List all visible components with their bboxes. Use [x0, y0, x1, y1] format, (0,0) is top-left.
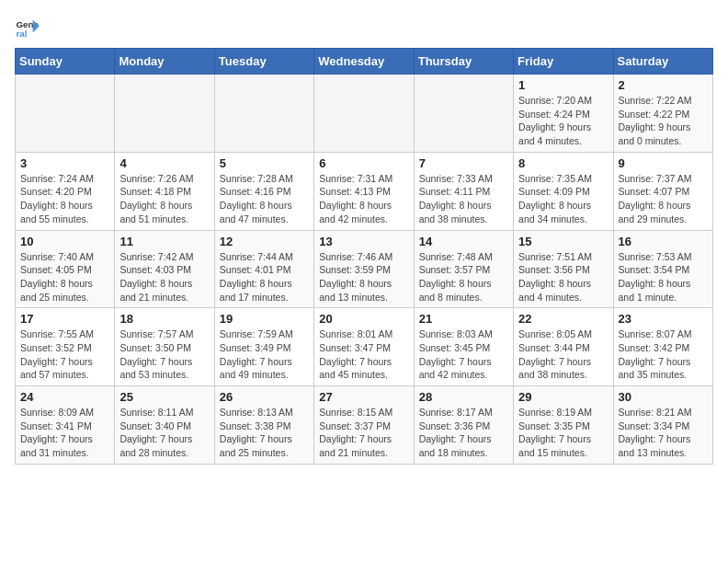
header-friday: Friday [514, 49, 613, 75]
day-number: 13 [319, 235, 408, 248]
day-info: Sunrise: 7:44 AM Sunset: 4:01 PM Dayligh… [220, 250, 309, 304]
day-info: Sunrise: 7:53 AM Sunset: 3:54 PM Dayligh… [619, 250, 708, 304]
day-number: 20 [319, 312, 408, 326]
calendar-cell [314, 75, 414, 153]
day-number: 10 [20, 235, 109, 248]
day-number: 11 [119, 235, 209, 248]
day-info: Sunrise: 8:21 AM Sunset: 3:34 PM Dayligh… [619, 406, 708, 460]
calendar-cell [214, 75, 313, 153]
calendar-cell: 16Sunrise: 7:53 AM Sunset: 3:54 PM Dayli… [613, 230, 712, 308]
day-info: Sunrise: 7:55 AM Sunset: 3:52 PM Dayligh… [20, 327, 109, 382]
day-info: Sunrise: 8:09 AM Sunset: 3:41 PM Dayligh… [20, 406, 109, 460]
day-number: 24 [20, 390, 109, 404]
day-number: 6 [319, 156, 408, 170]
day-number: 1 [518, 78, 608, 92]
day-info: Sunrise: 7:22 AM Sunset: 4:22 PM Dayligh… [619, 94, 708, 148]
day-number: 17 [20, 312, 109, 326]
calendar-cell: 29Sunrise: 8:19 AM Sunset: 3:35 PM Dayli… [514, 386, 613, 465]
day-number: 9 [619, 156, 708, 170]
calendar-cell: 1Sunrise: 7:20 AM Sunset: 4:24 PM Daylig… [514, 75, 613, 153]
page-header: Gene ral [15, 15, 713, 40]
day-info: Sunrise: 8:13 AM Sunset: 3:38 PM Dayligh… [220, 406, 309, 460]
header-tuesday: Tuesday [214, 49, 313, 75]
calendar-cell: 30Sunrise: 8:21 AM Sunset: 3:34 PM Dayli… [613, 386, 712, 465]
calendar-cell: 22Sunrise: 8:05 AM Sunset: 3:44 PM Dayli… [514, 308, 613, 386]
svg-text:ral: ral [16, 29, 27, 39]
calendar-cell: 25Sunrise: 8:11 AM Sunset: 3:40 PM Dayli… [115, 386, 214, 465]
week-row-5: 24Sunrise: 8:09 AM Sunset: 3:41 PM Dayli… [16, 386, 713, 465]
week-row-3: 10Sunrise: 7:40 AM Sunset: 4:05 PM Dayli… [16, 230, 713, 308]
day-info: Sunrise: 8:15 AM Sunset: 3:37 PM Dayligh… [319, 406, 408, 460]
day-number: 5 [220, 156, 309, 170]
calendar-cell: 2Sunrise: 7:22 AM Sunset: 4:22 PM Daylig… [613, 75, 712, 153]
calendar-cell: 23Sunrise: 8:07 AM Sunset: 3:42 PM Dayli… [613, 308, 712, 386]
day-info: Sunrise: 7:37 AM Sunset: 4:07 PM Dayligh… [619, 172, 708, 226]
day-number: 18 [119, 312, 209, 326]
day-info: Sunrise: 7:51 AM Sunset: 3:56 PM Dayligh… [518, 250, 608, 304]
day-number: 14 [419, 235, 508, 248]
calendar-cell [115, 75, 214, 153]
day-number: 27 [319, 390, 408, 404]
header-sunday: Sunday [16, 49, 115, 75]
calendar-cell: 14Sunrise: 7:48 AM Sunset: 3:57 PM Dayli… [414, 230, 513, 308]
day-info: Sunrise: 8:17 AM Sunset: 3:36 PM Dayligh… [419, 406, 508, 460]
day-info: Sunrise: 7:40 AM Sunset: 4:05 PM Dayligh… [20, 250, 109, 304]
calendar-cell: 9Sunrise: 7:37 AM Sunset: 4:07 PM Daylig… [613, 152, 712, 230]
day-number: 8 [518, 156, 608, 170]
day-number: 30 [619, 390, 708, 404]
header-saturday: Saturday [613, 49, 712, 75]
day-info: Sunrise: 8:11 AM Sunset: 3:40 PM Dayligh… [119, 406, 209, 460]
calendar-cell: 7Sunrise: 7:33 AM Sunset: 4:11 PM Daylig… [414, 152, 513, 230]
calendar-cell: 17Sunrise: 7:55 AM Sunset: 3:52 PM Dayli… [16, 308, 115, 386]
week-row-1: 1Sunrise: 7:20 AM Sunset: 4:24 PM Daylig… [16, 75, 713, 153]
day-number: 23 [619, 312, 708, 326]
day-info: Sunrise: 7:20 AM Sunset: 4:24 PM Dayligh… [518, 94, 608, 148]
week-row-4: 17Sunrise: 7:55 AM Sunset: 3:52 PM Dayli… [16, 308, 713, 386]
header-wednesday: Wednesday [314, 49, 414, 75]
day-number: 26 [220, 390, 309, 404]
calendar-cell: 6Sunrise: 7:31 AM Sunset: 4:13 PM Daylig… [314, 152, 414, 230]
day-number: 29 [518, 390, 608, 404]
calendar-cell: 4Sunrise: 7:26 AM Sunset: 4:18 PM Daylig… [115, 152, 214, 230]
day-number: 22 [518, 312, 608, 326]
day-info: Sunrise: 7:35 AM Sunset: 4:09 PM Dayligh… [518, 172, 608, 226]
day-info: Sunrise: 7:57 AM Sunset: 3:50 PM Dayligh… [119, 327, 209, 382]
day-info: Sunrise: 8:03 AM Sunset: 3:45 PM Dayligh… [419, 327, 508, 382]
day-info: Sunrise: 7:33 AM Sunset: 4:11 PM Dayligh… [419, 172, 508, 226]
calendar-cell: 3Sunrise: 7:24 AM Sunset: 4:20 PM Daylig… [16, 152, 115, 230]
calendar-cell: 13Sunrise: 7:46 AM Sunset: 3:59 PM Dayli… [314, 230, 414, 308]
calendar-cell: 21Sunrise: 8:03 AM Sunset: 3:45 PM Dayli… [414, 308, 513, 386]
day-number: 25 [119, 390, 209, 404]
day-number: 21 [419, 312, 508, 326]
day-info: Sunrise: 8:05 AM Sunset: 3:44 PM Dayligh… [518, 327, 608, 382]
day-info: Sunrise: 7:48 AM Sunset: 3:57 PM Dayligh… [419, 250, 508, 304]
calendar-cell: 20Sunrise: 8:01 AM Sunset: 3:47 PM Dayli… [314, 308, 414, 386]
calendar-cell: 24Sunrise: 8:09 AM Sunset: 3:41 PM Dayli… [16, 386, 115, 465]
day-number: 12 [220, 235, 309, 248]
calendar-cell [414, 75, 513, 153]
calendar-cell: 8Sunrise: 7:35 AM Sunset: 4:09 PM Daylig… [514, 152, 613, 230]
day-info: Sunrise: 7:42 AM Sunset: 4:03 PM Dayligh… [119, 250, 209, 304]
day-number: 28 [419, 390, 508, 404]
calendar-cell: 5Sunrise: 7:28 AM Sunset: 4:16 PM Daylig… [214, 152, 313, 230]
day-number: 2 [619, 78, 708, 92]
day-info: Sunrise: 7:31 AM Sunset: 4:13 PM Dayligh… [319, 172, 408, 226]
logo-icon: Gene ral [15, 15, 40, 40]
header-thursday: Thursday [414, 49, 513, 75]
calendar-cell: 28Sunrise: 8:17 AM Sunset: 3:36 PM Dayli… [414, 386, 513, 465]
day-info: Sunrise: 8:07 AM Sunset: 3:42 PM Dayligh… [619, 327, 708, 382]
calendar-table: SundayMondayTuesdayWednesdayThursdayFrid… [15, 48, 713, 465]
logo: Gene ral [15, 15, 44, 40]
calendar-cell: 12Sunrise: 7:44 AM Sunset: 4:01 PM Dayli… [214, 230, 313, 308]
calendar-body: 1Sunrise: 7:20 AM Sunset: 4:24 PM Daylig… [16, 75, 713, 465]
header-monday: Monday [115, 49, 214, 75]
day-number: 19 [220, 312, 309, 326]
week-row-2: 3Sunrise: 7:24 AM Sunset: 4:20 PM Daylig… [16, 152, 713, 230]
calendar-cell [16, 75, 115, 153]
calendar-cell: 26Sunrise: 8:13 AM Sunset: 3:38 PM Dayli… [214, 386, 313, 465]
day-number: 16 [619, 235, 708, 248]
calendar-cell: 19Sunrise: 7:59 AM Sunset: 3:49 PM Dayli… [214, 308, 313, 386]
day-info: Sunrise: 7:26 AM Sunset: 4:18 PM Dayligh… [119, 172, 209, 226]
calendar-cell: 10Sunrise: 7:40 AM Sunset: 4:05 PM Dayli… [16, 230, 115, 308]
day-number: 3 [20, 156, 109, 170]
